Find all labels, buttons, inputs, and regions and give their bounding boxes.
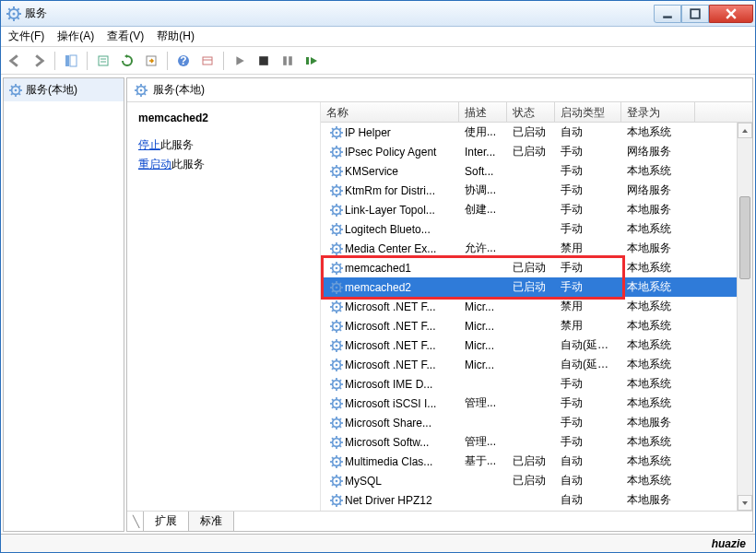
menu-action[interactable]: 操作(A) (57, 29, 94, 44)
service-status (507, 382, 555, 386)
table-row[interactable]: Microsoft iSCSI I...管理...手动本地系统 (321, 394, 752, 413)
table-row[interactable]: Microsoft .NET F...Micr...禁用本地系统 (321, 316, 752, 335)
service-start: 手动 (555, 277, 621, 297)
service-status (507, 189, 555, 193)
gear-icon (330, 281, 343, 294)
svg-rect-26 (289, 56, 292, 65)
table-row[interactable]: KtmRm for Distri...协调...手动网络服务 (321, 181, 752, 200)
table-row[interactable]: memcached1已启动手动本地系统 (321, 258, 752, 277)
svg-rect-14 (65, 55, 69, 66)
service-start: 手动 (555, 200, 621, 219)
scroll-up-button[interactable] (738, 123, 752, 138)
table-row[interactable]: memcached2已启动手动本地系统 (321, 277, 752, 297)
gear-icon (330, 242, 343, 255)
service-logon: 网络服务 (621, 181, 695, 200)
list-header: 名称 描述 状态 启动类型 登录为 (321, 102, 752, 123)
service-logon: 本地系统 (621, 471, 695, 490)
col-logon[interactable]: 登录为 (621, 102, 695, 122)
service-start: 手动 (555, 394, 621, 413)
table-row[interactable]: Microsoft .NET F...Micr...自动(延迟...本地系统 (321, 355, 752, 374)
forward-button[interactable] (29, 51, 49, 71)
service-start: 手动 (555, 219, 621, 239)
back-button[interactable] (5, 51, 25, 71)
stop-service-link[interactable]: 停止 (138, 138, 160, 151)
table-row[interactable]: Media Center Ex...允许...禁用本地服务 (321, 239, 752, 258)
service-logon: 网络服务 (621, 142, 695, 161)
menu-view[interactable]: 查看(V) (107, 29, 144, 44)
service-status: 已启动 (507, 452, 555, 471)
service-start: 手动 (555, 258, 621, 277)
table-row[interactable]: KMServiceSoft...手动本地系统 (321, 161, 752, 181)
scroll-down-button[interactable] (738, 495, 752, 511)
refresh-button[interactable] (117, 51, 137, 71)
table-row[interactable]: Microsoft IME D...手动本地系统 (321, 374, 752, 394)
service-name: Microsoft .NET F... (345, 359, 454, 371)
table-row[interactable]: MySQL已启动自动本地系统 (321, 471, 752, 490)
col-start[interactable]: 启动类型 (555, 102, 621, 122)
properties-button[interactable] (93, 51, 113, 71)
table-row[interactable]: Logitech Blueto...手动本地系统 (321, 219, 752, 239)
service-status (507, 247, 555, 251)
pause-service-button[interactable] (278, 51, 298, 71)
service-logon: 本地系统 (621, 219, 695, 239)
col-status[interactable]: 状态 (507, 102, 555, 122)
titlebar[interactable]: 服务 (1, 1, 755, 27)
service-desc: 基于... (459, 452, 507, 471)
service-start: 自动 (555, 490, 621, 510)
gear-icon (330, 262, 343, 275)
detail-pane: memcached2 停止此服务 重启动此服务 (127, 102, 321, 511)
service-start: 自动(延迟... (555, 355, 621, 374)
svg-rect-16 (99, 56, 108, 65)
export-button[interactable] (141, 51, 161, 71)
col-name[interactable]: 名称 (321, 102, 459, 122)
gear-icon (330, 223, 343, 236)
service-desc: 协调... (459, 181, 507, 200)
gear-icon (330, 165, 343, 178)
start-service-button[interactable] (230, 51, 250, 71)
gear-icon (135, 84, 148, 97)
service-name: IP Helper (345, 126, 454, 139)
scroll-thumb[interactable] (739, 196, 750, 279)
vertical-scrollbar[interactable] (737, 123, 752, 511)
service-desc: Soft... (459, 163, 507, 180)
service-logon: 本地系统 (621, 161, 695, 181)
tab-standard[interactable]: 标准 (188, 512, 234, 532)
show-hide-tree-button[interactable] (61, 51, 81, 71)
table-row[interactable]: IP Helper使用...已启动自动本地系统 (321, 123, 752, 142)
service-status (507, 499, 555, 502)
toolbar-btn-extra[interactable] (197, 51, 218, 71)
menu-file[interactable]: 文件(F) (8, 29, 44, 44)
close-button[interactable] (709, 5, 753, 23)
gear-icon (330, 146, 343, 159)
maximize-button[interactable] (681, 5, 709, 23)
gear-icon (330, 455, 343, 468)
tab-extended[interactable]: 扩展 (143, 512, 189, 532)
service-name: KMService (345, 165, 454, 178)
gear-icon (330, 494, 343, 507)
restart-service-link[interactable]: 重启动 (138, 158, 171, 171)
table-row[interactable]: Multimedia Clas...基于...已启动自动本地系统 (321, 452, 752, 471)
restart-service-button[interactable] (301, 51, 322, 71)
console-tree[interactable]: 服务(本地) (3, 77, 124, 532)
menu-help[interactable]: 帮助(H) (157, 29, 195, 44)
service-desc (459, 499, 507, 502)
col-desc[interactable]: 描述 (459, 102, 507, 122)
stop-service-button[interactable] (254, 51, 274, 71)
service-logon: 本地系统 (621, 277, 695, 297)
table-row[interactable]: Link-Layer Topol...创建...手动本地服务 (321, 200, 752, 219)
tree-item-services-local[interactable]: 服务(本地) (4, 78, 124, 101)
table-row[interactable]: Microsoft Softw...管理...手动本地系统 (321, 432, 752, 452)
table-row[interactable]: Microsoft Share...手动本地服务 (321, 413, 752, 432)
help-button[interactable]: ? (173, 51, 194, 71)
service-start: 自动 (555, 452, 621, 471)
list-body[interactable]: IP Helper使用...已启动自动本地系统IPsec Policy Agen… (321, 123, 752, 511)
minimize-button[interactable] (654, 5, 681, 23)
service-start: 自动 (555, 123, 621, 142)
table-row[interactable]: IPsec Policy AgentInter...已启动手动网络服务 (321, 142, 752, 161)
service-status (507, 305, 555, 309)
table-row[interactable]: Microsoft .NET F...Micr...自动(延迟...本地系统 (321, 335, 752, 355)
svg-rect-22 (203, 57, 212, 65)
service-logon: 本地服务 (621, 490, 695, 510)
table-row[interactable]: Microsoft .NET F...Micr...禁用本地系统 (321, 297, 752, 316)
table-row[interactable]: Net Driver HPZ12自动本地服务 (321, 490, 752, 510)
